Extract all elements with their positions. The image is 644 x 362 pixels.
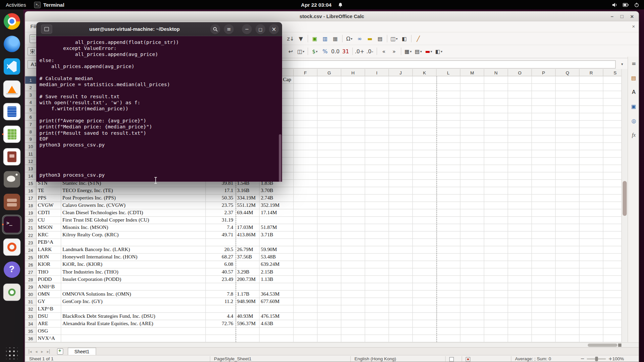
cell-F16[interactable] [294, 187, 318, 194]
cell-L35[interactable] [437, 327, 461, 335]
cell-M13[interactable] [461, 165, 484, 172]
cell-M25[interactable] [461, 254, 484, 261]
cell-F14[interactable] [294, 172, 318, 180]
cell-L13[interactable] [437, 165, 461, 172]
dock-files-icon[interactable] [2, 192, 22, 212]
cell-F11[interactable] [294, 150, 318, 158]
cell-M28[interactable] [461, 276, 484, 283]
cell-F8[interactable] [294, 128, 318, 135]
cell-I18[interactable] [365, 202, 389, 209]
cell-P21[interactable] [532, 224, 556, 232]
previous-sheet-button[interactable]: ◂ [35, 349, 37, 353]
cell-C20[interactable]: 31.19 [206, 217, 235, 224]
cell-R33[interactable] [580, 313, 603, 320]
cell-M10[interactable] [461, 143, 484, 150]
cell-E35[interactable] [260, 327, 294, 335]
cell-F26[interactable] [294, 261, 318, 268]
cell-N6[interactable] [484, 113, 508, 121]
row-header-9[interactable]: 9 [25, 135, 37, 143]
col-header-N[interactable]: N [484, 69, 508, 76]
cell-E24[interactable]: 59.90M [260, 246, 294, 254]
cell-Q12[interactable] [556, 158, 580, 165]
cell-C35[interactable] [206, 327, 235, 335]
cell-D24[interactable]: 26.79M [236, 246, 260, 254]
close-document-icon[interactable]: × [632, 24, 635, 29]
cell-S23[interactable] [603, 239, 622, 246]
cell-R29[interactable] [580, 283, 603, 291]
cell-O30[interactable] [508, 291, 532, 298]
cell-H33[interactable] [341, 313, 365, 320]
cell-F6[interactable] [294, 113, 318, 121]
cell-O8[interactable] [508, 128, 532, 135]
row-header-12[interactable]: 12 [25, 158, 37, 165]
cell-S20[interactable] [603, 217, 622, 224]
vertical-scrollbar-thumb[interactable] [623, 181, 627, 216]
cell-S17[interactable] [603, 194, 622, 202]
row-header-8[interactable]: 8 [25, 128, 37, 135]
cell-P33[interactable] [532, 313, 556, 320]
clock-button[interactable]: Apr 22 03:04 [301, 2, 343, 8]
cell-I35[interactable] [365, 327, 389, 335]
cell-P29[interactable] [532, 283, 556, 291]
cell-I33[interactable] [365, 313, 389, 320]
cell-B34[interactable]: Alexandria Real Estate Equities, Inc. (A… [61, 320, 206, 327]
insert-comment-icon[interactable]: ▬ [365, 34, 375, 43]
cell-K21[interactable] [413, 224, 437, 232]
cell-B27[interactable]: Thor Industries Inc. (THO) [61, 268, 206, 276]
row-header-3[interactable]: 3 [25, 91, 37, 99]
cell-B33[interactable]: BlackRock Debt Strategies Fund, Inc. (DS… [61, 313, 206, 320]
cell-J17[interactable] [389, 194, 413, 202]
cell-K17[interactable] [413, 194, 437, 202]
cell-K8[interactable] [413, 128, 437, 135]
col-header-P[interactable]: P [532, 69, 556, 76]
cell-R10[interactable] [580, 143, 603, 150]
cell-G32[interactable] [318, 305, 341, 313]
cell-I2[interactable] [365, 84, 389, 91]
cell-Q18[interactable] [556, 202, 580, 209]
cell-O5[interactable] [508, 106, 532, 113]
cell-Q10[interactable] [556, 143, 580, 150]
col-header-H[interactable]: H [341, 69, 365, 76]
cell-R22[interactable] [580, 232, 603, 239]
sort-descending-icon[interactable]: z↓ [285, 34, 296, 43]
cell-D33[interactable]: 40.93M [236, 313, 260, 320]
row-header-7[interactable]: 7 [25, 121, 37, 128]
cell-Q16[interactable] [556, 187, 580, 194]
cell-G9[interactable] [318, 135, 341, 143]
row-header-19[interactable]: 19 [25, 209, 37, 217]
cell-S1[interactable] [603, 76, 622, 84]
cell-Q13[interactable] [556, 165, 580, 172]
cell-H18[interactable] [341, 202, 365, 209]
cell-K12[interactable] [413, 158, 437, 165]
cell-H25[interactable] [341, 254, 365, 261]
cell-G25[interactable] [318, 254, 341, 261]
cell-L33[interactable] [437, 313, 461, 320]
cell-M34[interactable] [461, 320, 484, 327]
cell-F34[interactable] [294, 320, 318, 327]
cell-D19[interactable]: 69.44M [236, 209, 260, 217]
format-as-currency-icon[interactable]: $▾ [310, 46, 320, 56]
cell-N22[interactable] [484, 232, 508, 239]
row-header-32[interactable]: 32 [25, 305, 37, 313]
cell-M1[interactable] [461, 76, 484, 84]
cell-P31[interactable] [532, 298, 556, 305]
cell-P14[interactable] [532, 172, 556, 180]
cell-C31[interactable]: 11.2 [206, 298, 235, 305]
cell-Q3[interactable] [556, 91, 580, 99]
headers-and-footers-icon[interactable]: ▤ [375, 34, 385, 43]
cell-M9[interactable] [461, 135, 484, 143]
zoom-slider-thumb[interactable] [595, 356, 598, 361]
cell-B19[interactable]: Clean Diesel Technologies Inc. (CDTI) [61, 209, 206, 217]
cell-E23[interactable] [260, 239, 294, 246]
cell-C16[interactable]: 17.1 [206, 187, 235, 194]
cell-C17[interactable]: 50.35 [206, 194, 235, 202]
cell-E31[interactable]: 677.60M [260, 298, 294, 305]
cell-H11[interactable] [341, 150, 365, 158]
cell-K30[interactable] [413, 291, 437, 298]
document-modified-icon[interactable] [466, 357, 470, 361]
zoom-out-button[interactable]: − [580, 356, 584, 362]
cell-M15[interactable] [461, 180, 484, 187]
cell-C30[interactable]: 7.8 [206, 291, 235, 298]
row-header-16[interactable]: 16 [25, 187, 37, 194]
cell-E32[interactable] [260, 305, 294, 313]
